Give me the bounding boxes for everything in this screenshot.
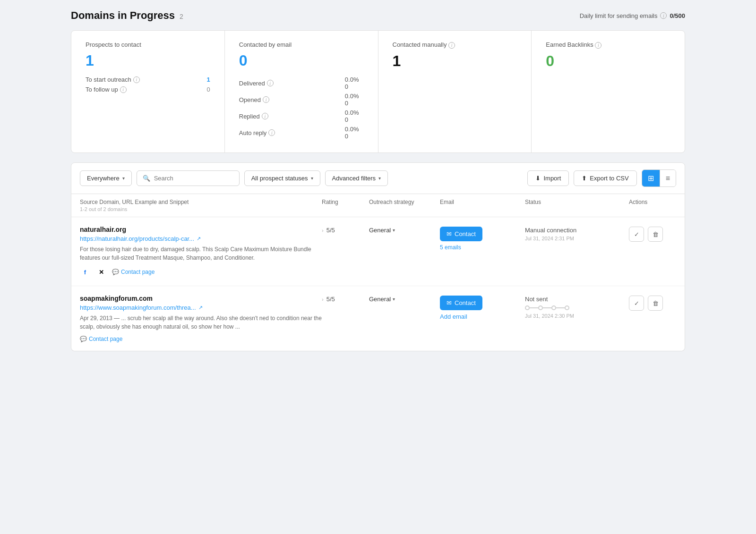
contact-button-2[interactable]: ✉ Contact: [440, 296, 482, 310]
outreach-label-2: General: [369, 296, 391, 303]
stats-manual-value: 1: [393, 52, 517, 70]
opened-info-icon[interactable]: i: [263, 96, 269, 103]
location-filter-label: Everywhere: [87, 175, 120, 182]
col-source-sub: 1-2 out of 2 domains: [80, 206, 322, 212]
delete-button-2[interactable]: 🗑: [648, 296, 663, 311]
emails-count-1[interactable]: 5 emails: [440, 244, 525, 251]
page-title: Domains in Progress 2: [71, 9, 183, 22]
location-filter[interactable]: Everywhere ▾: [80, 170, 132, 186]
stats-manual: Contacted manually i 1: [378, 31, 532, 153]
domain-url-1: https://naturalhair.org/products/scalp-c…: [80, 235, 322, 242]
domain-name-2: soapmakingforum.com: [80, 295, 322, 302]
advanced-chevron-icon: ▾: [378, 176, 381, 181]
grid-view-button[interactable]: ⊞: [642, 170, 660, 186]
search-wrapper[interactable]: 🔍: [137, 170, 240, 186]
external-link-icon-1[interactable]: ↗: [197, 236, 201, 242]
start-outreach-info-icon[interactable]: i: [133, 76, 140, 83]
page-title-count: 2: [180, 13, 183, 20]
delivered-pct: 0.0%: [345, 76, 359, 83]
rating-cell-2: › 5/5: [322, 295, 369, 303]
domain-info-1: naturalhair.org https://naturalhair.org/…: [80, 226, 322, 277]
domain-url-link-2[interactable]: https://www.soapmakingforum.com/threa...: [80, 304, 196, 311]
email-replied-row: Replied i 0.0% 0: [239, 109, 364, 123]
delivered-label: Delivered: [239, 80, 265, 87]
actions-cell-2: ✓ 🗑: [629, 295, 676, 311]
envelope-icon-1: ✉: [447, 230, 452, 237]
upload-icon: ⬆: [582, 175, 587, 182]
stats-manual-label: Contacted manually: [393, 41, 447, 48]
location-chevron-icon: ▾: [122, 176, 125, 181]
autoreply-info-icon[interactable]: i: [268, 129, 275, 136]
contact-button-1[interactable]: ✉ Contact: [440, 227, 482, 241]
email-autoreply-row: Auto reply i 0.0% 0: [239, 126, 364, 140]
contact-btn-label-2: Contact: [455, 299, 476, 306]
opened-pct: 0.0%: [345, 93, 359, 100]
contact-page-link-2[interactable]: 💬 Contact page: [80, 336, 122, 342]
backlinks-info-icon[interactable]: i: [595, 42, 601, 49]
check-button-2[interactable]: ✓: [629, 296, 644, 311]
outreach-dropdown-2[interactable]: General ▾: [369, 296, 395, 303]
pipeline-dot-3: [551, 305, 556, 310]
status-chevron-icon: ▾: [311, 176, 313, 181]
status-date-1: Jul 31, 2024 2:31 PM: [525, 236, 629, 241]
stats-row-follow-up: To follow up i 0: [86, 86, 210, 93]
stats-prospects-label: Prospects to contact: [86, 41, 210, 48]
status-text-1: Manual connection: [525, 227, 629, 234]
envelope-icon-2: ✉: [447, 299, 452, 306]
outreach-dropdown-1[interactable]: General ▾: [369, 227, 395, 234]
replied-count: 0: [345, 116, 348, 123]
rating-chevron-1[interactable]: ›: [322, 228, 324, 233]
domain-name-1: naturalhair.org: [80, 226, 322, 233]
rating-cell-1: › 5/5: [322, 226, 369, 234]
domain-info-2: soapmakingforum.com https://www.soapmaki…: [80, 295, 322, 342]
delete-button-1[interactable]: 🗑: [648, 227, 663, 242]
table-row: naturalhair.org https://naturalhair.org/…: [71, 217, 685, 286]
page-header: Domains in Progress 2 Daily limit for se…: [71, 9, 685, 22]
autoreply-label: Auto reply: [239, 129, 267, 136]
search-input[interactable]: [154, 175, 233, 182]
facebook-icon-1[interactable]: f: [80, 267, 90, 277]
replied-pct: 0.0%: [345, 109, 359, 116]
replied-info-icon[interactable]: i: [262, 113, 268, 119]
domain-url-2: https://www.soapmakingforum.com/threa...…: [80, 304, 322, 311]
daily-limit-info-icon[interactable]: i: [660, 12, 667, 19]
external-link-icon-2[interactable]: ↗: [198, 305, 203, 311]
start-outreach-value: 1: [207, 76, 210, 83]
follow-up-label: To follow up: [86, 86, 118, 93]
import-button[interactable]: ⬇ Import: [527, 170, 569, 186]
email-delivered-row: Delivered i 0.0% 0: [239, 76, 364, 90]
actions-cell-1: ✓ 🗑: [629, 226, 676, 242]
list-view-button[interactable]: ≡: [660, 170, 676, 186]
contact-page-link-1[interactable]: 💬 Contact page: [112, 269, 155, 275]
domain-url-link-1[interactable]: https://naturalhair.org/products/scalp-c…: [80, 235, 194, 242]
col-source: Source Domain, URL Example and Snippet: [80, 199, 322, 205]
outreach-cell-2: General ▾: [369, 295, 440, 303]
delivered-info-icon[interactable]: i: [267, 80, 274, 86]
stats-backlinks-label: Earned Backlinks: [546, 41, 593, 48]
stats-row-start-outreach: To start outreach i 1: [86, 76, 210, 83]
outreach-label-1: General: [369, 227, 391, 234]
email-opened-row: Opened i 0.0% 0: [239, 93, 364, 107]
email-cell-1: ✉ Contact 5 emails: [440, 226, 525, 251]
pipeline-dot-1: [525, 305, 530, 310]
rating-chevron-2[interactable]: ›: [322, 297, 324, 302]
filters-bar: Everywhere ▾ 🔍 All prospect statuses ▾ A…: [71, 162, 685, 194]
advanced-filters[interactable]: Advanced filters ▾: [325, 170, 388, 186]
export-button[interactable]: ⬆ Export to CSV: [574, 170, 636, 186]
manual-info-icon[interactable]: i: [448, 42, 455, 49]
outreach-cell-1: General ▾: [369, 226, 440, 234]
rating-value-2: 5/5: [326, 296, 335, 303]
follow-up-value: 0: [207, 86, 210, 93]
status-cell-2: Not sent Jul 31, 2024 2:30 PM: [525, 295, 629, 319]
col-status: Status: [525, 199, 629, 212]
follow-up-info-icon[interactable]: i: [120, 86, 127, 93]
stats-email: Contacted by email 0 Delivered i 0.0% 0 …: [225, 31, 378, 153]
check-button-1[interactable]: ✓: [629, 227, 644, 242]
replied-label: Replied: [239, 113, 260, 120]
pipeline-dot-2: [538, 305, 543, 310]
contact-page-label-1: Contact page: [121, 269, 155, 275]
status-filter[interactable]: All prospect statuses ▾: [244, 170, 320, 186]
twitter-icon-1[interactable]: ✕: [96, 267, 106, 277]
add-email-link-2[interactable]: Add email: [440, 313, 525, 320]
outreach-chevron-2: ▾: [393, 297, 395, 302]
